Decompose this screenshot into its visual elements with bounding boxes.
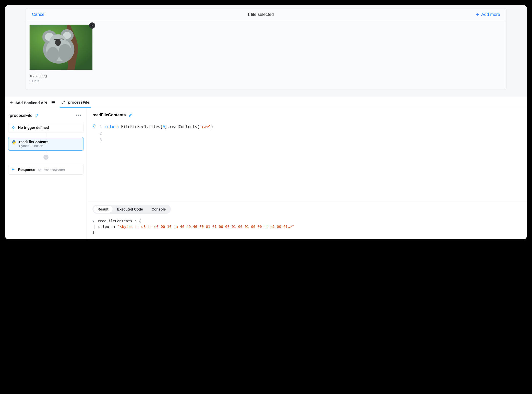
remove-file-button[interactable] (89, 22, 95, 29)
flow-panel: processFile ••• No trigger defined readF… (5, 108, 87, 239)
app-root: Cancel 1 file selected Add more (5, 5, 527, 239)
trigger-label: No trigger defined (18, 126, 49, 130)
more-menu-button[interactable]: ••• (76, 113, 82, 118)
results-tab-result[interactable]: Result (93, 206, 113, 213)
plus-icon (9, 101, 13, 105)
flow-name-text: processFile (10, 113, 32, 118)
picker-header: Cancel 1 file selected Add more (26, 8, 506, 21)
svg-point-12 (47, 47, 59, 62)
results-tab-code[interactable]: Executed Code (113, 206, 147, 213)
python-icon (11, 140, 17, 145)
result-body: ▼ readFileContents : { output : "<bytes … (87, 216, 527, 239)
menu-icon[interactable] (52, 101, 55, 104)
file-picker-container: Cancel 1 file selected Add more (5, 5, 527, 90)
file-name: koala.jpeg (29, 73, 93, 78)
picker-body: koala.jpeg 21 KB (26, 21, 506, 90)
api-toolbar: Add Backend API processFile (5, 97, 527, 108)
close-icon (91, 24, 93, 27)
token-ident: ].readContents( (165, 125, 199, 129)
trigger-node[interactable]: No trigger defined (8, 123, 83, 132)
results-tab-console[interactable]: Console (148, 206, 170, 213)
step-name: readFileContents (19, 140, 48, 144)
caret-down-icon[interactable]: ▼ (92, 220, 94, 223)
add-more-button[interactable]: Add more (476, 12, 500, 17)
token-ident: FilePicker1 (121, 125, 146, 129)
add-more-label: Add more (481, 12, 500, 17)
result-output-line: output : "<bytes ff d8 ff e0 00 10 4a 46… (94, 225, 521, 229)
result-row-header[interactable]: ▼ readFileContents : { (92, 219, 521, 223)
edit-icon[interactable] (128, 113, 132, 117)
connector (46, 132, 46, 137)
line-number: 2 (100, 130, 102, 137)
plus-icon (476, 13, 480, 17)
output-value: "<bytes ff d8 ff e0 00 10 4a 46 49 46 00… (118, 225, 294, 229)
step-type: Python Function (19, 144, 48, 148)
results-tab-group: Result Executed Code Console (92, 205, 171, 214)
step-text: readFileContents Python Function (19, 140, 48, 148)
response-detail: onError show alert (38, 168, 65, 172)
brace-close: } (92, 230, 521, 234)
result-key: readFileContents (98, 219, 132, 223)
step-node[interactable]: readFileContents Python Function (8, 137, 83, 151)
token-ident: .files[ (147, 125, 163, 129)
code-line-1: return FilePicker1.files[0].readContents… (105, 124, 213, 130)
add-backend-api-label: Add Backend API (15, 101, 47, 105)
file-picker-panel: Cancel 1 file selected Add more (26, 8, 506, 90)
response-label: Response (18, 168, 35, 172)
line-gutter: 1 2 3 (100, 124, 102, 143)
cancel-button[interactable]: Cancel (32, 12, 45, 17)
file-thumbnail (29, 24, 93, 70)
bolt-icon (11, 126, 16, 130)
flow-name[interactable]: processFile (10, 113, 39, 118)
token-ident: ) (211, 125, 213, 129)
token-keyword: return (105, 125, 119, 129)
lightbulb-icon[interactable] (92, 124, 96, 129)
editor-header: readFileContents (87, 108, 527, 122)
file-size: 21 KB (29, 79, 93, 83)
plug-icon (61, 100, 66, 105)
svg-point-11 (58, 44, 71, 61)
flag-icon (11, 168, 16, 172)
brace-open: : { (134, 219, 141, 223)
tab-processfile[interactable]: processFile (60, 97, 91, 108)
line-number: 1 (100, 124, 102, 130)
edit-icon[interactable] (34, 114, 39, 118)
svg-point-10 (55, 39, 61, 46)
response-node[interactable]: Response onError show alert (8, 165, 83, 175)
main-area: processFile ••• No trigger defined readF… (5, 108, 527, 239)
add-step-button[interactable]: + (43, 155, 49, 160)
token-string: "raw" (199, 125, 211, 129)
editor-title[interactable]: readFileContents (92, 113, 126, 117)
line-number: 3 (100, 137, 102, 143)
picker-title: 1 file selected (247, 12, 274, 17)
code-editor[interactable]: 1 2 3 return FilePicker1.files[0].readCo… (87, 122, 527, 143)
code-lines[interactable]: return FilePicker1.files[0].readContents… (105, 124, 213, 143)
tab-label: processFile (68, 100, 89, 104)
flow-title-row: processFile ••• (8, 113, 83, 118)
add-backend-api-button[interactable]: Add Backend API (9, 101, 47, 105)
editor-panel: readFileContents 1 2 3 return FilePicker… (87, 108, 527, 239)
results-toolbar: Result Executed Code Console (87, 201, 527, 216)
token-number: 0 (163, 125, 165, 129)
output-key: output : (98, 225, 115, 229)
koala-image (30, 25, 92, 70)
file-card[interactable]: koala.jpeg 21 KB (29, 24, 93, 83)
